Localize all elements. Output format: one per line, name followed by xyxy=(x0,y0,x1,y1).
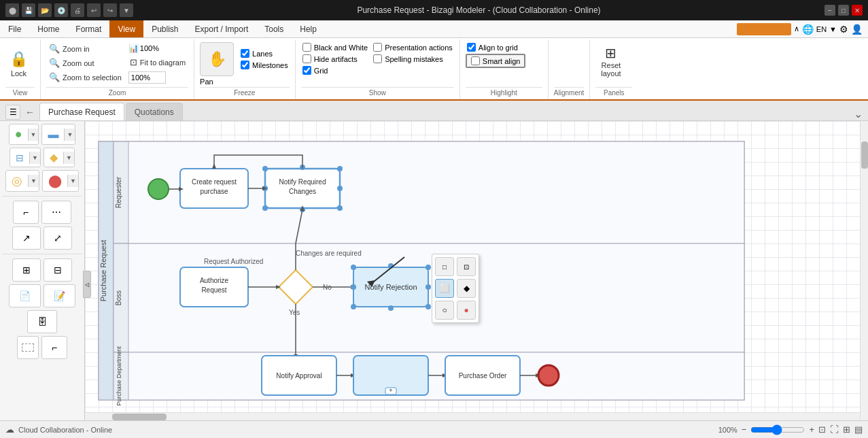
smart-align-input[interactable] xyxy=(471,56,480,65)
association-tool[interactable]: ↗ xyxy=(12,226,41,250)
tab-purchase-request[interactable]: Purchase Request xyxy=(39,103,124,120)
end-event[interactable] xyxy=(538,365,559,386)
task-tool[interactable]: ▬ ▼ xyxy=(41,124,75,145)
dashed-rect-tool[interactable] xyxy=(17,336,39,359)
maximize-button[interactable]: □ xyxy=(838,5,849,16)
lanes-checkbox[interactable]: Lanes xyxy=(239,48,290,58)
spelling-checkbox[interactable]: Spelling mistakes xyxy=(372,54,454,64)
grid-toggle-btn[interactable]: ⊞ xyxy=(843,424,850,435)
gateway-tool[interactable]: ◆ ▼ xyxy=(44,148,75,167)
tab-quotations[interactable]: Quotations xyxy=(126,103,183,120)
scrollbar-h-thumb[interactable] xyxy=(112,414,167,420)
task-arrow[interactable]: ▼ xyxy=(64,129,75,141)
lang-arrow[interactable]: ▼ xyxy=(829,25,837,33)
reset-layout-button[interactable]: ⊞ Resetlayout xyxy=(595,42,626,80)
black-white-input[interactable] xyxy=(302,43,311,52)
zoom-out-button[interactable]: 🔍 Zoom out xyxy=(46,56,124,69)
sidebar-collapse-button[interactable]: ◁ xyxy=(83,271,91,298)
app-icon-redo[interactable]: ↪ xyxy=(103,3,117,17)
ctx-task-btn[interactable]: ⬜ xyxy=(435,279,454,298)
zoom-input-field[interactable] xyxy=(128,71,166,84)
data-assoc-tool[interactable]: ⤢ xyxy=(44,226,72,250)
fit-to-diagram-button[interactable]: ⊡ Fit to diagram xyxy=(127,56,188,69)
start-event[interactable] xyxy=(148,179,169,199)
lane-tool[interactable]: ⊟ xyxy=(44,258,72,282)
hide-artifacts-label: Hide artifacts xyxy=(314,55,358,63)
zoom-in-button[interactable]: 🔍 Zoom in xyxy=(46,42,124,55)
black-white-checkbox[interactable]: Black and White xyxy=(301,42,369,52)
lanes-check-input[interactable] xyxy=(241,49,249,58)
menu-home[interactable]: Home xyxy=(29,20,67,37)
lock-button[interactable]: 🔒 Lock xyxy=(5,49,32,79)
menu-export-import[interactable]: Export / Import xyxy=(187,20,257,37)
grid-checkbox[interactable]: Grid xyxy=(301,65,369,75)
milestones-checkbox[interactable]: Milestones xyxy=(239,60,290,70)
smart-align-box[interactable]: Smart align xyxy=(466,54,526,68)
menu-file[interactable]: File xyxy=(0,20,29,37)
intermediate-event-tool[interactable]: ◎ ▼ xyxy=(5,170,39,192)
pan-button[interactable]: ✋ xyxy=(200,42,234,76)
end-event-arrow[interactable]: ▼ xyxy=(67,175,78,187)
zoom-in-status-btn[interactable]: + xyxy=(809,424,814,435)
canvas-area[interactable]: Purchase Request Requester Boss Purchase… xyxy=(85,121,868,420)
db-tool[interactable]: 🗄 xyxy=(27,310,57,333)
presentation-actions-checkbox[interactable]: Presentation actions xyxy=(372,42,454,52)
scrollbar-thumb[interactable] xyxy=(861,141,868,169)
ctx-resize1-btn[interactable]: □ xyxy=(435,257,454,276)
settings-icon[interactable]: ⚙ xyxy=(839,24,848,35)
fullscreen-btn[interactable]: ⛶ xyxy=(830,424,839,435)
note-tool[interactable]: 📄 xyxy=(9,284,41,307)
subprocess-arrow[interactable]: ▼ xyxy=(29,152,40,164)
start-event-tool[interactable]: ● ▼ xyxy=(9,124,39,145)
corner-tool[interactable]: ⌐ xyxy=(41,336,67,359)
ctx-resize2-btn[interactable]: ⊡ xyxy=(457,257,476,276)
doc-tool[interactable]: 📝 xyxy=(44,284,75,307)
tab-more-button[interactable]: ⌄ xyxy=(854,107,868,120)
app-icon-more[interactable]: ▼ xyxy=(120,3,133,17)
close-button[interactable]: ✕ xyxy=(852,5,863,16)
subprocess-tool[interactable]: ⊟ ▼ xyxy=(10,148,41,167)
hide-artifacts-checkbox[interactable]: Hide artifacts xyxy=(301,54,369,64)
user-btn[interactable] xyxy=(737,23,791,35)
app-icon-save[interactable]: 💾 xyxy=(22,3,35,17)
pool-tool[interactable]: ⊞ xyxy=(12,258,41,282)
start-event-arrow[interactable]: ▼ xyxy=(28,129,39,141)
presentation-actions-input[interactable] xyxy=(373,43,382,52)
zoom-to-selection-button[interactable]: 🔍 Zoom to selection xyxy=(46,71,124,84)
ctx-end-btn[interactable]: ● xyxy=(457,301,476,320)
ctx-circle-btn[interactable]: ○ xyxy=(435,301,454,320)
expand-btn[interactable]: ∧ xyxy=(794,24,799,33)
scrollbar-horizontal[interactable] xyxy=(85,412,860,420)
diagrams-list-button[interactable]: ☰ xyxy=(5,105,20,120)
spelling-input[interactable] xyxy=(373,54,382,63)
app-icon-print[interactable]: 🖨 xyxy=(71,3,84,17)
menu-help[interactable]: Help xyxy=(292,20,325,37)
app-icon-open[interactable]: 📂 xyxy=(38,3,52,17)
context-menu: □ ⊡ ⬜ ◆ ○ ● xyxy=(432,254,479,323)
intermediate-event-arrow[interactable]: ▼ xyxy=(28,175,39,187)
end-event-tool[interactable]: ⬤ ▼ xyxy=(42,170,79,192)
menu-format[interactable]: Format xyxy=(67,20,109,37)
zoom-out-btn[interactable]: − xyxy=(742,424,747,435)
align-grid-input[interactable] xyxy=(467,43,476,52)
menu-publish[interactable]: Publish xyxy=(143,20,186,37)
menu-view[interactable]: View xyxy=(109,20,143,37)
app-icon-disk[interactable]: 💿 xyxy=(54,3,68,17)
menu-tools[interactable]: Tools xyxy=(256,20,292,37)
app-icon-undo[interactable]: ↩ xyxy=(87,3,101,17)
milestones-check-input[interactable] xyxy=(241,61,249,69)
user-icon[interactable]: 👤 xyxy=(851,24,863,35)
grid-input[interactable] xyxy=(302,66,311,75)
align-grid-checkbox[interactable]: Align to grid xyxy=(466,42,526,52)
zoom-slider[interactable] xyxy=(750,424,805,435)
ctx-gateway-btn[interactable]: ◆ xyxy=(457,279,476,298)
panel-toggle-btn[interactable]: ▤ xyxy=(854,424,863,435)
tab-back-button[interactable]: ← xyxy=(22,104,38,120)
message-flow-tool[interactable]: ⋯ xyxy=(41,201,71,224)
minimize-button[interactable]: − xyxy=(824,5,835,16)
sequence-flow-tool[interactable]: ⌐ xyxy=(13,201,39,224)
scrollbar-vertical[interactable] xyxy=(860,121,868,420)
hide-artifacts-input[interactable] xyxy=(302,54,311,63)
gateway-arrow[interactable]: ▼ xyxy=(63,152,74,164)
fit-view-btn[interactable]: ⊡ xyxy=(818,424,826,435)
